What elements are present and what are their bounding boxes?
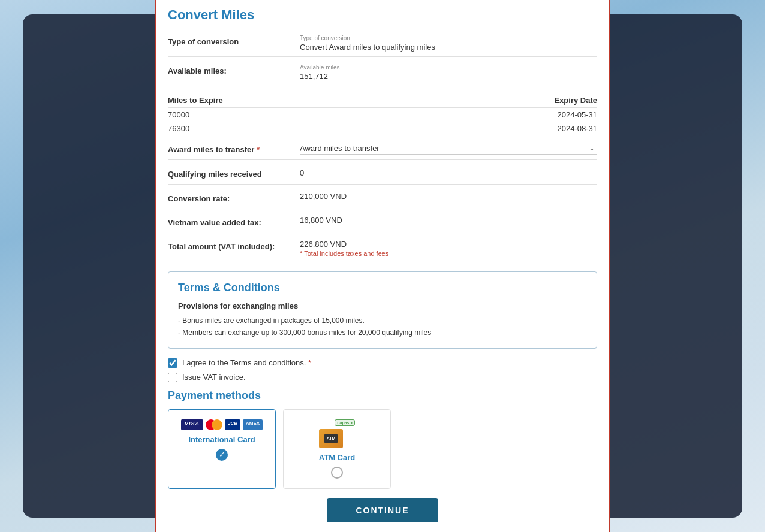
expiry-miles: 76300 — [168, 122, 409, 135]
available-miles-value-col: Available miles 151,712 — [300, 64, 597, 81]
expiry-row: 70000 2024-05-31 — [168, 108, 597, 122]
vat-label: Vietnam value added tax: — [168, 216, 300, 227]
form-section: Type of conversion Type of conversion Co… — [156, 35, 609, 262]
main-panel: Convert Miles Type of conversion Type of… — [155, 0, 610, 532]
total-label: Total amount (VAT included): — [168, 240, 300, 251]
international-card-icons: VISA JCB AMEX — [181, 419, 263, 430]
available-miles-row: Available miles: Available miles 151,712 — [168, 64, 597, 86]
qualifying-miles-row: Qualifying miles received — [168, 167, 597, 185]
atm-machine-icon: ATM — [319, 429, 343, 448]
atm-card-icon-group: napas ♦ ATM — [319, 419, 355, 448]
expiry-miles: 70000 — [168, 108, 409, 122]
payment-cards: VISA JCB AMEX International Card napas ♦ — [156, 409, 609, 489]
agree-required: * — [308, 358, 311, 367]
agree-checkbox-row[interactable]: I agree to the Terms and conditions. * — [168, 358, 597, 368]
vat-invoice-label: Issue VAT invoice. — [182, 373, 246, 382]
page-title: Convert Miles — [156, 7, 609, 23]
total-note: * Total includes taxes and fees — [300, 250, 597, 257]
terms-title: Terms & Conditions — [178, 282, 587, 294]
terms-line1: - Bonus miles are exchanged in packages … — [178, 315, 587, 327]
terms-subtitle: Provisions for exchanging miles — [178, 301, 587, 310]
available-miles-field-label: Available miles — [300, 64, 597, 71]
available-miles-label: Available miles: — [168, 64, 300, 75]
terms-box: Terms & Conditions Provisions for exchan… — [168, 271, 597, 348]
atm-card-option[interactable]: napas ♦ ATM ATM Card — [283, 409, 391, 489]
type-of-conversion-field-label: Type of conversion — [300, 35, 597, 41]
vat-invoice-checkbox-row[interactable]: Issue VAT invoice. — [168, 373, 597, 382]
atm-text: ATM — [327, 436, 336, 440]
screen-frame: Convert Miles Type of conversion Type of… — [23, 14, 742, 518]
miles-to-expire-header: Miles to Expire — [168, 93, 409, 108]
jcb-icon: JCB — [225, 419, 240, 430]
vat-invoice-checkbox[interactable] — [168, 373, 177, 382]
expiry-date: 2024-05-31 — [409, 108, 597, 122]
conversion-rate-row: Conversion rate: 210,000 VND — [168, 192, 597, 208]
atm-card-radio[interactable] — [331, 467, 343, 479]
type-of-conversion-value: Convert Award miles to qualifying miles — [300, 43, 597, 52]
type-of-conversion-row: Type of conversion Type of conversion Co… — [168, 35, 597, 57]
international-card-label: International Card — [188, 435, 255, 444]
conversion-rate-label: Conversion rate: — [168, 192, 300, 203]
award-miles-row: Award miles to transfer * Award miles to… — [168, 143, 597, 160]
conversion-rate-value-col: 210,000 VND — [300, 192, 597, 201]
expiry-table: Miles to Expire Expiry Date 70000 2024-0… — [168, 93, 597, 135]
type-of-conversion-value-col: Type of conversion Convert Award miles t… — [300, 35, 597, 52]
award-miles-select-wrapper[interactable]: Award miles to transfer — [300, 143, 597, 155]
agree-label: I agree to the Terms and conditions. * — [182, 358, 311, 367]
total-value: 226,800 VND — [300, 240, 597, 249]
napas-label: napas ♦ — [335, 419, 355, 426]
atm-machine-screen: ATM — [324, 434, 338, 443]
vat-value-col: 16,800 VND — [300, 216, 597, 225]
total-value-col: 226,800 VND * Total includes taxes and f… — [300, 240, 597, 257]
terms-line2: - Members can exchange up to 300,000 bon… — [178, 327, 587, 338]
qualifying-miles-input[interactable] — [300, 167, 597, 179]
vat-value: 16,800 VND — [300, 216, 597, 225]
award-miles-required: * — [257, 145, 260, 154]
payment-section-title: Payment methods — [156, 389, 609, 402]
total-row: Total amount (VAT included): 226,800 VND… — [168, 240, 597, 262]
atm-card-label: ATM Card — [319, 453, 355, 462]
international-card-option[interactable]: VISA JCB AMEX International Card — [168, 409, 276, 489]
international-card-radio[interactable] — [216, 449, 228, 461]
continue-btn-wrap: CONTINUE — [156, 498, 609, 525]
visa-icon: VISA — [181, 419, 203, 430]
amex-icon: AMEX — [243, 419, 263, 430]
continue-button[interactable]: CONTINUE — [327, 498, 438, 522]
international-card-radio-inner — [216, 449, 228, 461]
expiry-date-header: Expiry Date — [409, 93, 597, 108]
type-of-conversion-label: Type of conversion — [168, 35, 300, 46]
available-miles-value: 151,712 — [300, 72, 597, 81]
mastercard-icon — [206, 419, 222, 430]
vat-row: Vietnam value added tax: 16,800 VND — [168, 216, 597, 232]
agree-checkbox[interactable] — [168, 358, 177, 368]
award-miles-label: Award miles to transfer * — [168, 143, 300, 154]
award-miles-select[interactable]: Award miles to transfer — [300, 143, 597, 155]
expiry-date: 2024-08-31 — [409, 122, 597, 135]
qualifying-miles-value-col — [300, 167, 597, 179]
qualifying-miles-label: Qualifying miles received — [168, 167, 300, 179]
conversion-rate-value: 210,000 VND — [300, 192, 597, 201]
expiry-row: 76300 2024-08-31 — [168, 122, 597, 135]
